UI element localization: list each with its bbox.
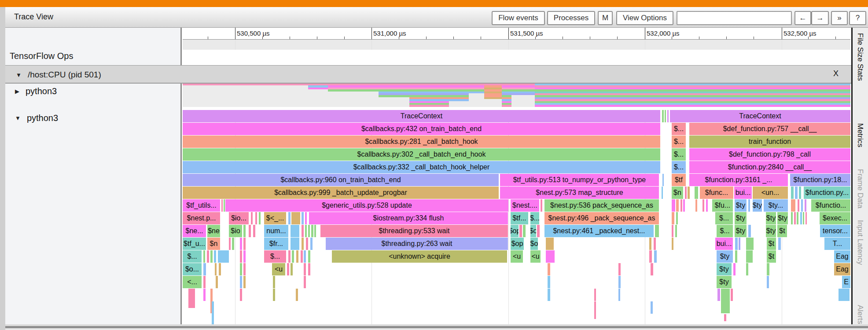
- help-button[interactable]: ?: [849, 11, 866, 25]
- collapse-arrow-icon[interactable]: ▼: [16, 72, 22, 78]
- trace-slice-sliver[interactable]: [717, 289, 720, 301]
- trace-slice-sliver[interactable]: [273, 276, 275, 288]
- flame-graph-track[interactable]: TraceContextTraceContext$callbacks.py:43…: [183, 110, 850, 324]
- trace-slice[interactable]: $...: [672, 136, 686, 148]
- trace-slice[interactable]: $...: [672, 148, 686, 161]
- trace-slice[interactable]: $...: [183, 250, 202, 263]
- trace-slice-sliver[interactable]: [618, 276, 621, 288]
- trace-slice-sliver[interactable]: [739, 238, 740, 250]
- trace-slice-sliver[interactable]: [654, 238, 656, 250]
- trace-slice[interactable]: $n: [207, 238, 220, 250]
- trace-slice-sliver[interactable]: [243, 238, 246, 250]
- trace-slice-sliver[interactable]: [800, 212, 802, 224]
- trace-slice-sliver[interactable]: [798, 199, 799, 212]
- trace-slice[interactable]: $nest.py:496 _pack_sequence_as: [544, 212, 659, 224]
- trace-slice-sliver[interactable]: [680, 199, 682, 212]
- trace-slice-sliver[interactable]: [748, 225, 751, 237]
- tool-tab-file-size-stats[interactable]: File Size Stats: [856, 33, 864, 81]
- trace-slice[interactable]: $o: [530, 225, 536, 237]
- trace-slice-sliver[interactable]: [746, 250, 753, 263]
- trace-slice[interactable]: $tf_u...: [183, 238, 206, 250]
- trace-slice-sliver[interactable]: [746, 263, 748, 275]
- trace-slice[interactable]: $<_...: [264, 212, 286, 224]
- nav-forward-button[interactable]: →: [811, 11, 829, 25]
- trace-slice-sliver[interactable]: [791, 187, 794, 199]
- trace-slice[interactable]: <unknown> acquire: [332, 250, 507, 263]
- trace-slice-sliver[interactable]: [240, 263, 242, 275]
- trace-slice[interactable]: $ty: [766, 212, 776, 224]
- trace-slice[interactable]: $tf: [672, 174, 686, 186]
- trace-slice-sliver[interactable]: [801, 199, 803, 212]
- trace-slice-sliver[interactable]: [304, 250, 306, 263]
- trace-slice-sliver[interactable]: [308, 250, 310, 263]
- search-input[interactable]: [677, 11, 792, 25]
- trace-slice-sliver[interactable]: [733, 263, 736, 275]
- trace-slice[interactable]: $callbacks.py:281 _call_batch_hook: [183, 136, 660, 148]
- trace-slice[interactable]: $fu...: [712, 199, 733, 212]
- nav-back-button[interactable]: ←: [794, 11, 811, 25]
- trace-slice[interactable]: $functio...: [811, 199, 850, 212]
- trace-slice-sliver[interactable]: [240, 238, 242, 250]
- trace-slice[interactable]: <...: [183, 276, 202, 288]
- trace-slice[interactable]: $def_function.py:757 __call__: [689, 123, 850, 135]
- trace-slice-sliver[interactable]: [662, 174, 664, 186]
- sidebar-thread-python3-expanded[interactable]: ▼ python3: [15, 113, 58, 123]
- trace-slice[interactable]: $nest.py:461 _packed_nest...: [544, 225, 654, 237]
- trace-slice[interactable]: $nest.py:536 pack_sequence_as: [544, 199, 659, 212]
- trace-slice[interactable]: $ty: [766, 225, 776, 237]
- trace-slice[interactable]: $iostream.py:334 flush: [309, 212, 508, 224]
- trace-slice-sliver[interactable]: [676, 212, 678, 224]
- trace-slice[interactable]: $o: [530, 238, 538, 250]
- trace-slice[interactable]: $ty: [735, 212, 747, 224]
- trace-slice-sliver[interactable]: [748, 199, 750, 212]
- trace-slice-sliver[interactable]: [203, 289, 206, 301]
- trace-slice-sliver[interactable]: [767, 276, 769, 288]
- trace-slice-sliver[interactable]: [302, 225, 304, 237]
- trace-slice-sliver[interactable]: [655, 225, 659, 237]
- trace-slice-sliver[interactable]: [188, 289, 195, 308]
- trace-slice-sliver[interactable]: [594, 289, 596, 301]
- trace-slice-sliver[interactable]: [224, 199, 225, 212]
- trace-slice-sliver[interactable]: [735, 238, 738, 250]
- trace-slice[interactable]: $function.py...: [804, 187, 850, 199]
- trace-slice-sliver[interactable]: [306, 238, 308, 250]
- trace-slice-sliver[interactable]: [288, 250, 291, 263]
- trace-slice-sliver[interactable]: [778, 238, 781, 250]
- trace-slice-sliver[interactable]: [721, 289, 730, 313]
- trace-slice-sliver[interactable]: [546, 250, 555, 263]
- trace-slice-sliver[interactable]: [240, 289, 242, 301]
- trace-slice-sliver[interactable]: [794, 212, 796, 224]
- trace-slice-sliver[interactable]: [735, 250, 737, 263]
- view-options-button[interactable]: View Options: [616, 11, 673, 25]
- trace-slice-sliver[interactable]: [683, 199, 685, 212]
- trace-slice-sliver[interactable]: [672, 212, 674, 224]
- trace-slice[interactable]: $function.py:3161 _...: [689, 174, 788, 186]
- trace-slice-sliver[interactable]: [797, 212, 798, 224]
- trace-slice-sliver[interactable]: [219, 263, 221, 275]
- trace-slice[interactable]: $callbacks.py:960 on_train_batch_end: [183, 174, 499, 186]
- trace-slice[interactable]: $ty...: [764, 199, 788, 212]
- trace-slice[interactable]: tensor...: [820, 225, 850, 237]
- trace-slice-sliver[interactable]: [654, 250, 657, 263]
- trace-slice-sliver[interactable]: [672, 238, 673, 250]
- trace-slice[interactable]: <un...: [753, 187, 788, 199]
- process-header-host-cpu[interactable]: ▼ /host:CPU (pid 501): [5, 65, 851, 84]
- trace-slice-sliver[interactable]: [214, 250, 216, 263]
- trace-slice-sliver[interactable]: [288, 212, 291, 224]
- trace-slice-sliver[interactable]: [672, 225, 673, 237]
- trace-slice-sliver[interactable]: [296, 250, 298, 263]
- marker-mode-button[interactable]: M: [598, 11, 613, 25]
- trace-slice[interactable]: <u: [511, 250, 523, 263]
- trace-slice-sliver[interactable]: [291, 212, 300, 224]
- trace-slice-sliver[interactable]: [548, 263, 550, 275]
- trace-slice[interactable]: $ne: [207, 225, 220, 237]
- trace-slice[interactable]: $callbacks.py:302 _call_batch_end_hook: [183, 148, 660, 161]
- trace-slice-sliver[interactable]: [243, 276, 246, 288]
- trace-slice-sliver[interactable]: [232, 238, 234, 250]
- trace-slice[interactable]: $nest.p...: [183, 212, 220, 224]
- trace-slice-sliver[interactable]: [221, 199, 223, 212]
- trace-slice-sliver[interactable]: [311, 225, 313, 237]
- processes-button[interactable]: Processes: [547, 11, 595, 25]
- trace-slice-sliver[interactable]: [314, 225, 316, 237]
- trace-slice-sliver[interactable]: [287, 263, 289, 275]
